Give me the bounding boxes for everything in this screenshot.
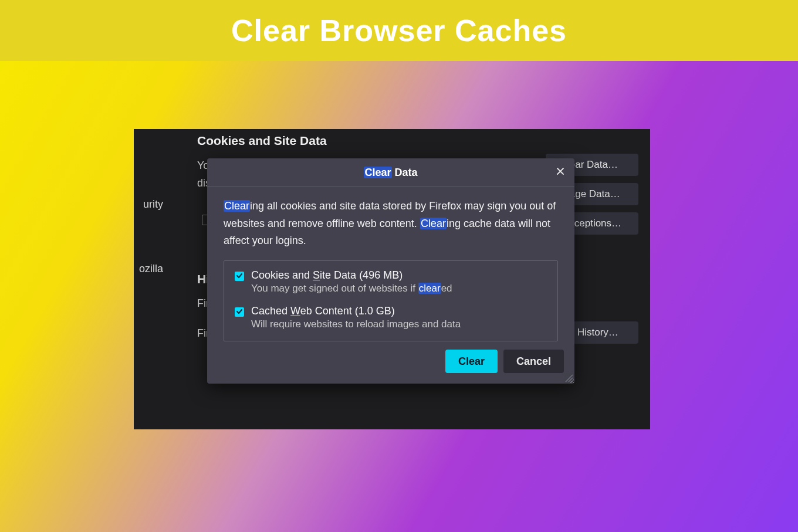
dialog-footer: Clear Cancel	[207, 341, 574, 384]
dialog-description: Clearing all cookies and site data store…	[224, 198, 558, 250]
clear-data-dialog: Clear Data Clearing all cookies and site…	[207, 158, 574, 384]
clear-data-label-frag: ear Data…	[570, 159, 618, 170]
sidebar-item-mozilla-fragment[interactable]: ozilla	[134, 263, 163, 275]
page-banner: Clear Browser Caches	[0, 0, 798, 61]
cancel-button[interactable]: Cancel	[503, 350, 564, 373]
dialog-title-highlight: Clear	[364, 167, 391, 178]
option-cache: Cached Web Content (1.0 GB) Will require…	[235, 305, 547, 330]
firefox-settings-screenshot: Cookies and Site Data Yo dis urity ozill…	[134, 129, 650, 429]
dialog-title: Clear Data	[364, 167, 417, 179]
close-button[interactable]	[551, 163, 570, 182]
cookies-heading: Cookies and Site Data	[197, 134, 327, 148]
page-title: Clear Browser Caches	[231, 13, 567, 48]
cancel-button-label: Cancel	[516, 355, 551, 368]
cache-option-label: Cached Web Content (1.0 GB)	[251, 305, 547, 317]
resize-grip-icon[interactable]	[565, 374, 573, 382]
checkmark-icon	[236, 307, 243, 317]
dialog-title-rest: Data	[392, 167, 418, 178]
option-cookies: Cookies and Site Data (496 MB) You may g…	[235, 269, 547, 294]
cookies-option-label: Cookies and Site Data (496 MB)	[251, 269, 547, 282]
options-box: Cookies and Site Data (496 MB) You may g…	[224, 260, 558, 341]
desc-highlight-1: Clear	[224, 200, 250, 212]
sidebar-item-security-fragment[interactable]: urity	[134, 198, 163, 211]
cookies-checkbox[interactable]	[235, 272, 244, 281]
clear-button[interactable]: Clear	[445, 350, 498, 373]
close-icon	[556, 167, 565, 178]
clear-button-label: Clear	[458, 355, 485, 368]
cache-option-sub: Will require websites to reload images a…	[251, 318, 547, 330]
dialog-header: Clear Data	[207, 158, 574, 187]
cache-checkbox[interactable]	[235, 307, 244, 317]
desc-highlight-2: Clear	[420, 218, 447, 229]
cookies-option-sub: You may get signed out of websites if cl…	[251, 283, 547, 294]
checkmark-icon	[236, 271, 243, 282]
